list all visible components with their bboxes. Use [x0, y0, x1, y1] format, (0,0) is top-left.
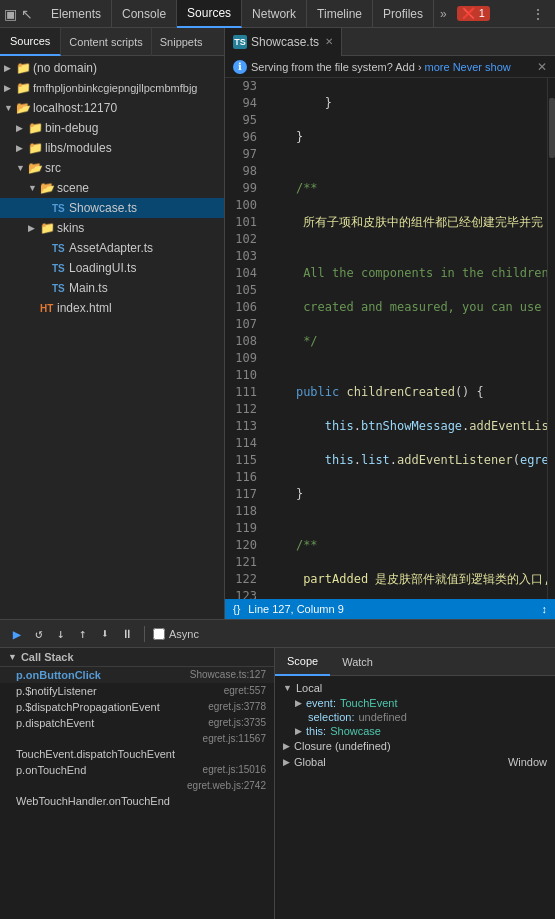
tree-item-bin-debug[interactable]: ▶ 📁 bin-debug [0, 118, 224, 138]
more-tabs[interactable]: » [434, 7, 453, 21]
scroll-icon: ↕ [542, 603, 548, 615]
tree-item-asset[interactable]: TS AssetAdapter.ts [0, 238, 224, 258]
fn-name: p.onButtonClick [16, 669, 101, 681]
tree-item-ext[interactable]: ▶ 📁 fmfhpljonbinkcgiepngjllpcmbmfbjg [0, 78, 224, 98]
folder-icon: 📁 [16, 81, 30, 95]
ts-file-icon: TS [52, 243, 66, 254]
deactivate-btn[interactable]: ⬇ [96, 625, 114, 643]
tab-close-icon[interactable]: ✕ [325, 36, 333, 47]
right-panel: TS Showcase.ts ✕ ℹ Serving from the file… [225, 28, 555, 619]
tab-scope[interactable]: Scope [275, 648, 330, 676]
tab-watch[interactable]: Watch [330, 648, 385, 676]
scope-value: TouchEvent [340, 697, 397, 709]
code-content[interactable]: } } /** 所有子项和皮肤中的组件都已经创建完毕并完 All the com… [263, 78, 547, 599]
file-ref: egret:557 [224, 685, 266, 697]
code-line: this.list.addEventListener(egret.p [267, 452, 543, 469]
line-numbers: 9394959697989910010110210310410510610710… [225, 78, 263, 599]
scrollbar-track[interactable] [547, 78, 555, 599]
call-stack-item[interactable]: TouchEvent.dispatchTouchEvent [0, 746, 274, 762]
code-line: partAdded 是皮肤部件就值到逻辑类的入口, [267, 571, 543, 588]
step-over-btn[interactable]: ↺ [30, 625, 48, 643]
tab-filename: Showcase.ts [251, 35, 319, 49]
fn-name: p.onTouchEnd [16, 764, 86, 776]
more-dots[interactable]: ⋮ [525, 6, 551, 22]
tab-network[interactable]: Network [242, 0, 307, 28]
tab-profiles[interactable]: Profiles [373, 0, 434, 28]
scope-local-title[interactable]: ▼ Local [275, 680, 555, 696]
info-close-icon[interactable]: ✕ [537, 60, 547, 74]
fn-name: TouchEvent.dispatchTouchEvent [16, 748, 175, 760]
scope-panel: Scope Watch ▼ Local ▶ event: TouchEvent [275, 648, 555, 919]
chevron-down-icon: ▼ [16, 163, 28, 173]
scope-item-selection[interactable]: selection: undefined [275, 710, 555, 724]
closure-label: Closure (undefined) [294, 740, 391, 752]
arrow-right-icon: ▶ [283, 757, 290, 767]
call-stack-label: Call Stack [21, 651, 74, 663]
async-checkbox-label[interactable]: Async [153, 628, 199, 640]
code-line: this.btnShowMessage.addEventListener [267, 418, 543, 435]
scope-item-event[interactable]: ▶ event: TouchEvent [275, 696, 555, 710]
call-stack-item[interactable]: p.dispatchEvent egret.js:3735 [0, 715, 274, 731]
scope-global-group: ▶ Global Window [275, 754, 555, 770]
tree-item-label: AssetAdapter.ts [69, 241, 153, 255]
status-bar: {} Line 127, Column 9 ↕ [225, 599, 555, 619]
editor-tab-showcase[interactable]: TS Showcase.ts ✕ [225, 28, 342, 56]
scrollbar-thumb[interactable] [549, 98, 555, 158]
chevron-right-icon: ▶ [4, 83, 16, 93]
tab-elements[interactable]: Elements [41, 0, 112, 28]
ts-file-icon: TS [52, 203, 66, 214]
scope-item-this[interactable]: ▶ this: Showcase [275, 724, 555, 738]
tree-item-nodomain[interactable]: ▶ 📁 (no domain) [0, 58, 224, 78]
code-area: 9394959697989910010110210310410510610710… [225, 78, 555, 599]
tree-item-label: libs/modules [45, 141, 112, 155]
editor-tab-bar: TS Showcase.ts ✕ [225, 28, 555, 56]
file-ref: Showcase.ts:127 [190, 669, 266, 681]
expand-arrow-icon[interactable]: ▶ [295, 698, 302, 708]
tab-sources-panel[interactable]: Sources [0, 28, 61, 56]
tree-item-skins[interactable]: ▶ 📁 skins [0, 218, 224, 238]
scope-closure-title[interactable]: ▶ Closure (undefined) [275, 738, 555, 754]
async-checkbox[interactable] [153, 628, 165, 640]
call-stack-item[interactable]: p.onTouchEnd egret.js:15016 [0, 762, 274, 778]
pause-btn[interactable]: ⏸ [118, 625, 136, 643]
tree-item-libs[interactable]: ▶ 📁 libs/modules [0, 138, 224, 158]
tab-content-scripts[interactable]: Content scripts [61, 28, 151, 56]
call-stack-item[interactable]: egret.js:11567 [0, 731, 274, 746]
call-stack-item[interactable]: egret.web.js:2742 [0, 778, 274, 793]
tree-item-loading[interactable]: TS LoadingUI.ts [0, 258, 224, 278]
scope-global-title[interactable]: ▶ Global Window [275, 754, 555, 770]
arrow-down-icon: ▼ [8, 652, 17, 662]
code-line: } [267, 129, 543, 146]
resume-btn[interactable]: ▶ [8, 625, 26, 643]
call-stack-item[interactable]: p.$dispatchPropagationEvent egret.js:377… [0, 699, 274, 715]
tree-item-showcase[interactable]: TS Showcase.ts [0, 198, 224, 218]
file-ref: egret.js:3778 [208, 701, 266, 713]
tab-console[interactable]: Console [112, 0, 177, 28]
global-value: Window [508, 756, 547, 768]
call-stack-panel: ▼ Call Stack p.onButtonClick Showcase.ts… [0, 648, 275, 919]
call-stack-item[interactable]: p.onButtonClick Showcase.ts:127 [0, 667, 274, 683]
step-out-btn[interactable]: ↑ [74, 625, 92, 643]
tree-item-main[interactable]: TS Main.ts [0, 278, 224, 298]
tree-item-src[interactable]: ▼ 📂 src [0, 158, 224, 178]
code-line: /** [267, 537, 543, 554]
chevron-right-icon: ▶ [16, 123, 28, 133]
tree-item-localhost[interactable]: ▼ 📂 localhost:12170 [0, 98, 224, 118]
tree-item-label: skins [57, 221, 84, 235]
code-line: } [267, 95, 543, 112]
scope-key: selection: [308, 711, 354, 723]
tab-sources[interactable]: Sources [177, 0, 242, 28]
more-link[interactable]: more [425, 61, 450, 73]
step-into-btn[interactable]: ↓ [52, 625, 70, 643]
tree-item-index[interactable]: HT index.html [0, 298, 224, 318]
call-stack-item[interactable]: WebTouchHandler.onTouchEnd [0, 793, 274, 809]
expand-arrow-icon[interactable]: ▶ [295, 726, 302, 736]
tree-item-scene[interactable]: ▼ 📂 scene [0, 178, 224, 198]
code-line: } [267, 486, 543, 503]
never-show-link[interactable]: Never show [453, 61, 511, 73]
info-bar: ℹ Serving from the file system? Add › mo… [225, 56, 555, 78]
tab-timeline[interactable]: Timeline [307, 0, 373, 28]
ts-file-icon: TS [52, 263, 66, 274]
call-stack-item[interactable]: p.$notifyListener egret:557 [0, 683, 274, 699]
tab-snippets[interactable]: Snippets [152, 28, 211, 56]
